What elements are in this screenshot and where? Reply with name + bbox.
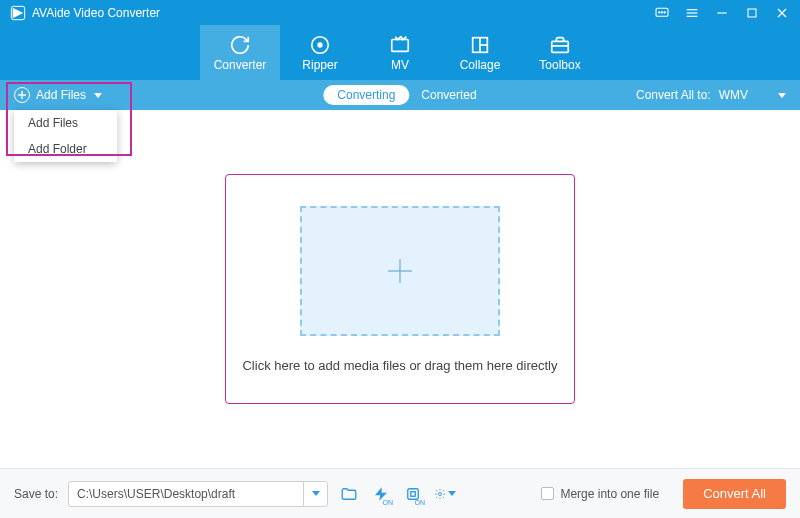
collage-icon <box>469 34 491 56</box>
svg-rect-27 <box>411 491 416 496</box>
svg-rect-19 <box>552 41 569 52</box>
titlebar: AVAide Video Converter <box>0 0 800 25</box>
converter-icon <box>229 34 251 56</box>
tab-label: Toolbox <box>539 58 580 72</box>
svg-point-3 <box>659 11 660 12</box>
tab-label: Converter <box>214 58 267 72</box>
merge-checkbox[interactable] <box>541 487 554 500</box>
tab-label: Collage <box>460 58 501 72</box>
maximize-icon[interactable] <box>744 5 760 21</box>
tab-toolbox[interactable]: Toolbox <box>520 25 600 80</box>
toolbox-icon <box>549 34 571 56</box>
tab-collage[interactable]: Collage <box>440 25 520 80</box>
minimize-icon[interactable] <box>714 5 730 21</box>
svg-point-14 <box>318 43 322 47</box>
status-converted[interactable]: Converted <box>421 88 476 102</box>
tab-mv[interactable]: MV <box>360 25 440 80</box>
open-folder-icon[interactable] <box>338 483 360 505</box>
dropdown-item-add-files[interactable]: Add Files <box>14 110 117 136</box>
add-files-button[interactable]: Add Files <box>14 87 102 103</box>
gpu-icon[interactable]: ON <box>402 483 424 505</box>
settings-icon[interactable] <box>434 483 456 505</box>
status-converting[interactable]: Converting <box>323 85 409 105</box>
convert-all-label: Convert All to: <box>636 88 711 102</box>
ripper-icon <box>309 34 331 56</box>
main-area: Click here to add media files or drag th… <box>0 110 800 468</box>
tab-label: MV <box>391 58 409 72</box>
tab-ripper[interactable]: Ripper <box>280 25 360 80</box>
app-title: AVAide Video Converter <box>32 6 160 20</box>
subheader: Add Files Converting Converted Convert A… <box>0 80 800 110</box>
svg-rect-10 <box>748 9 756 17</box>
merge-label: Merge into one file <box>560 487 659 501</box>
svg-marker-0 <box>13 7 24 18</box>
svg-rect-15 <box>392 39 409 51</box>
tab-label: Ripper <box>302 58 337 72</box>
svg-point-5 <box>664 11 665 12</box>
svg-rect-26 <box>408 488 419 499</box>
svg-point-4 <box>661 11 662 12</box>
menu-icon[interactable] <box>684 5 700 21</box>
chevron-down-icon <box>94 93 102 98</box>
feedback-icon[interactable] <box>654 5 670 21</box>
dropzone-inner[interactable] <box>300 206 500 336</box>
speed-icon[interactable]: ON <box>370 483 392 505</box>
format-select[interactable]: WMV <box>719 88 786 102</box>
app-logo-icon <box>10 5 26 21</box>
close-icon[interactable] <box>774 5 790 21</box>
dropzone[interactable]: Click here to add media files or drag th… <box>225 174 575 404</box>
navbar: Converter Ripper MV Collage Toolbox <box>0 25 800 80</box>
plus-icon <box>382 253 418 289</box>
save-to-label: Save to: <box>14 487 58 501</box>
path-dropdown-toggle[interactable] <box>303 482 327 506</box>
tab-converter[interactable]: Converter <box>200 25 280 80</box>
add-files-dropdown: Add Files Add Folder <box>14 110 117 162</box>
save-path-field[interactable] <box>68 481 328 507</box>
plus-circle-icon <box>14 87 30 103</box>
format-value: WMV <box>719 88 748 102</box>
save-path-input[interactable] <box>69 487 303 501</box>
chevron-down-icon <box>778 93 786 98</box>
dropdown-item-add-folder[interactable]: Add Folder <box>14 136 117 162</box>
convert-all-button[interactable]: Convert All <box>683 479 786 509</box>
mv-icon <box>389 34 411 56</box>
svg-point-28 <box>439 492 442 495</box>
dropzone-text: Click here to add media files or drag th… <box>242 358 557 373</box>
add-files-label: Add Files <box>36 88 86 102</box>
footer: Save to: ON ON Merge into one file Conve… <box>0 468 800 518</box>
